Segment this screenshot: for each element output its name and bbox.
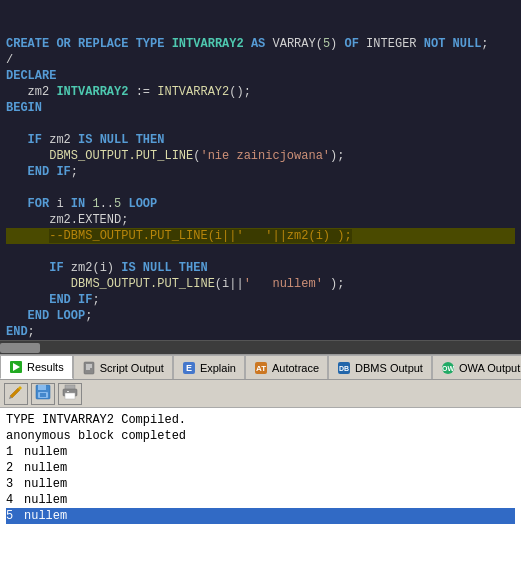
output-row-4[interactable]: 4 nullem [6, 492, 515, 508]
output-row-3[interactable]: 3 nullem [6, 476, 515, 492]
autotrace-tab-label: Autotrace [272, 362, 319, 374]
tab-autotrace[interactable]: AT Autotrace [245, 355, 328, 379]
svg-text:E: E [186, 363, 192, 373]
output-row-2[interactable]: 2 nullem [6, 460, 515, 476]
save-button[interactable] [31, 383, 55, 405]
output-toolbar [0, 380, 521, 408]
svg-rect-21 [67, 391, 69, 392]
tab-results[interactable]: Results [0, 355, 73, 379]
horizontal-scrollbar[interactable] [0, 340, 521, 354]
owa-output-tab-label: OWA Output [459, 362, 520, 374]
output-row-1[interactable]: 1 nullem [6, 444, 515, 460]
output-row-5[interactable]: 5 nullem [6, 508, 515, 524]
results-tab-label: Results [27, 361, 64, 373]
code-editor[interactable]: CREATE OR REPLACE TYPE INTVARRAY2 AS VAR… [0, 0, 521, 340]
owa-output-icon: OW [441, 361, 455, 375]
svg-rect-20 [65, 393, 75, 399]
explain-tab-label: Explain [200, 362, 236, 374]
output-area[interactable]: TYPE INTVARRAY2 Compiled. anonymous bloc… [0, 408, 521, 583]
svg-text:DB: DB [339, 365, 349, 372]
dbms-output-icon: DB [337, 361, 351, 375]
svg-rect-17 [40, 393, 46, 397]
tab-dbms-output[interactable]: DB DBMS Output [328, 355, 432, 379]
pencil-button[interactable] [4, 383, 28, 405]
print-button[interactable] [58, 383, 82, 405]
tab-owa-output[interactable]: OW OWA Output [432, 355, 521, 379]
script-output-tab-label: Script Output [100, 362, 164, 374]
svg-text:OW: OW [442, 365, 454, 372]
print-icon [62, 384, 78, 404]
tab-explain[interactable]: E Explain [173, 355, 245, 379]
autotrace-icon: AT [254, 361, 268, 375]
results-icon [9, 360, 23, 374]
tab-script-output[interactable]: Script Output [73, 355, 173, 379]
scrollbar-thumb[interactable] [0, 343, 40, 353]
svg-rect-2 [84, 362, 94, 374]
svg-rect-15 [38, 385, 46, 390]
svg-text:AT: AT [256, 364, 266, 373]
script-output-icon [82, 361, 96, 375]
tab-bar: Results Script Output E Explain AT [0, 354, 521, 380]
output-header-1: TYPE INTVARRAY2 Compiled. [6, 412, 515, 428]
explain-icon: E [182, 361, 196, 375]
pencil-icon [8, 384, 24, 404]
output-header-2: anonymous block completed [6, 428, 515, 444]
code-content: CREATE OR REPLACE TYPE INTVARRAY2 AS VAR… [6, 4, 515, 340]
dbms-output-tab-label: DBMS Output [355, 362, 423, 374]
save-icon [35, 384, 51, 404]
